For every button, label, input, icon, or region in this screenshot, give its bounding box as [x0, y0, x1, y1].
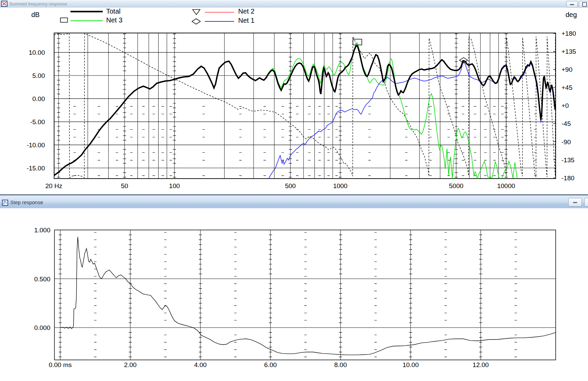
y-left-tick-label: 5.00: [32, 72, 45, 79]
y-left-tick-label: 10.00: [29, 49, 45, 56]
step-response-window-title: Step response: [10, 199, 43, 205]
y-left-tick-label: -10.00: [27, 142, 45, 149]
y-tick-label: 0.000: [34, 324, 50, 331]
step-response-window-icon: [2, 200, 8, 206]
step-response-plot[interactable]: 1.0000.5000.0000.00 ms2.004.006.008.0010…: [0, 208, 588, 381]
y-right-tick-label: +45: [561, 84, 572, 91]
axis-labels: 10.005.000.00-5.00-10.00-15.00+180+135+9…: [27, 30, 576, 189]
minimize-button[interactable]: [568, 198, 582, 206]
x-tick-label: 100: [169, 182, 180, 189]
frequency-response-titlebar[interactable]: Summed frequency response: [0, 0, 588, 7]
frequency-response-plot[interactable]: 10.005.000.00-5.00-10.00-15.00+180+135+9…: [0, 7, 588, 194]
x-tick-label: 1000: [333, 182, 347, 189]
x-tick-label: 20 Hz: [45, 182, 62, 189]
x-tick-label: 10.00: [403, 361, 419, 368]
x-tick-label: 6.00: [264, 361, 277, 368]
x-tick-label: 50: [121, 182, 128, 189]
frequency-response-window-title: Summed frequency response: [9, 1, 67, 6]
frequency-response-window-icon: [1, 1, 7, 7]
y-right-tick-label: -90: [561, 138, 571, 146]
minimize-button[interactable]: [566, 1, 578, 7]
x-tick-label: 2.00: [124, 361, 136, 368]
grid: [54, 33, 556, 179]
x-tick-label: 500: [285, 182, 296, 189]
y-tick-label: 1.000: [34, 227, 50, 234]
axis-labels: 1.0000.5000.0000.00 ms2.004.006.008.0010…: [34, 227, 489, 368]
y-right-tick-label: +0: [561, 102, 569, 109]
maximize-button[interactable]: [579, 1, 588, 7]
desktop: { "windows": { "frequency_response": { "…: [0, 0, 588, 381]
x-tick-label: 8.00: [334, 361, 347, 368]
y-right-tick-label: -45: [561, 120, 571, 127]
y-left-tick-label: 0.00: [32, 95, 45, 102]
minimize-icon: [570, 4, 574, 5]
y-right-tick-label: +90: [561, 66, 572, 73]
y-right-tick-label: +135: [561, 48, 576, 55]
frequency-response-window: Summed frequency response dB deg Total N…: [0, 0, 588, 195]
minimize-icon: [573, 202, 577, 203]
step-response-titlebar[interactable]: Step response: [0, 195, 588, 208]
y-left-tick-label: -15.00: [27, 165, 45, 172]
y-right-tick-label: +180: [561, 30, 576, 37]
step-response-window: Step response 1.0000.5000.0000.00 ms2.00…: [0, 195, 588, 381]
x-tick-label: 10000: [497, 182, 515, 189]
y-left-tick-label: -5.00: [30, 118, 45, 126]
y-right-tick-label: -180: [561, 175, 574, 182]
x-tick-label: 12.00: [473, 361, 489, 368]
maximize-button[interactable]: [584, 198, 588, 206]
x-tick-label: 4.00: [194, 361, 207, 368]
x-tick-label: 0.00 ms: [49, 361, 72, 368]
curve-markers: [353, 39, 468, 63]
x-tick-label: 5000: [449, 182, 463, 189]
maximize-icon: [582, 2, 587, 6]
y-tick-label: 0.500: [34, 276, 50, 283]
y-right-tick-label: -135: [561, 156, 574, 164]
